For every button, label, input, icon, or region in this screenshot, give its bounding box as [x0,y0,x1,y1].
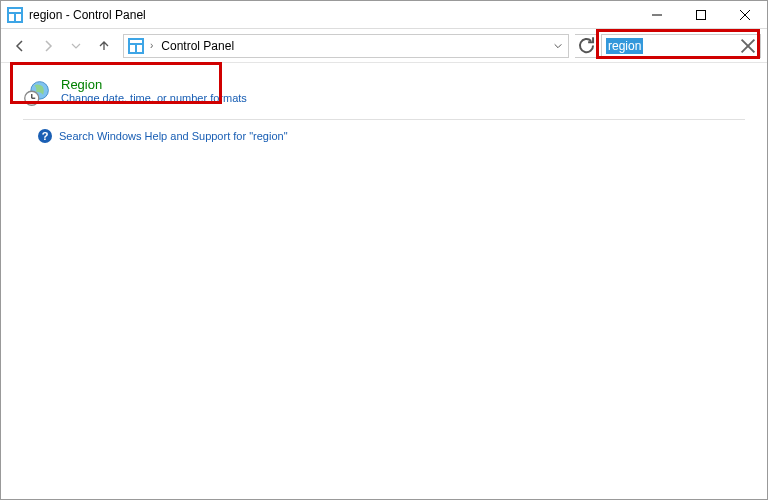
help-row: ? Search Windows Help and Support for "r… [23,128,745,144]
clear-search-icon[interactable] [740,38,756,54]
svg-rect-9 [130,40,142,43]
control-panel-icon [7,7,23,23]
content-area: Region Change date, time, or number form… [1,63,767,499]
close-button[interactable] [723,1,767,29]
search-input[interactable]: region [606,38,643,54]
breadcrumb[interactable]: Control Panel [159,39,546,53]
result-text: Region Change date, time, or number form… [61,77,247,104]
toolbar: › Control Panel region [1,29,767,63]
up-button[interactable] [91,33,117,59]
svg-rect-3 [16,14,21,21]
help-icon: ? [37,128,53,144]
address-dropdown-icon[interactable] [552,34,564,58]
result-title[interactable]: Region [61,77,247,92]
breadcrumb-sep-icon[interactable]: › [150,40,153,51]
svg-rect-11 [137,45,142,52]
forward-button[interactable] [35,33,61,59]
svg-text:?: ? [42,130,49,142]
address-bar[interactable]: › Control Panel [123,34,569,58]
control-panel-icon [128,38,144,54]
search-result-region[interactable]: Region Change date, time, or number form… [23,73,745,117]
divider [23,119,745,120]
svg-rect-1 [9,9,21,12]
refresh-button[interactable] [575,34,599,58]
search-box[interactable]: region [601,34,761,58]
svg-rect-10 [130,45,135,52]
help-search-link[interactable]: Search Windows Help and Support for "reg… [59,130,288,142]
recent-dropdown-icon[interactable] [63,33,89,59]
back-button[interactable] [7,33,33,59]
window-title: region - Control Panel [29,8,635,22]
svg-rect-2 [9,14,14,21]
globe-clock-icon [23,79,51,107]
window-controls [635,1,767,28]
result-subtitle-link[interactable]: Change date, time, or number formats [61,92,247,104]
minimize-button[interactable] [635,1,679,29]
svg-rect-5 [697,11,706,20]
breadcrumb-item[interactable]: Control Panel [161,39,234,53]
maximize-button[interactable] [679,1,723,29]
titlebar: region - Control Panel [1,1,767,29]
